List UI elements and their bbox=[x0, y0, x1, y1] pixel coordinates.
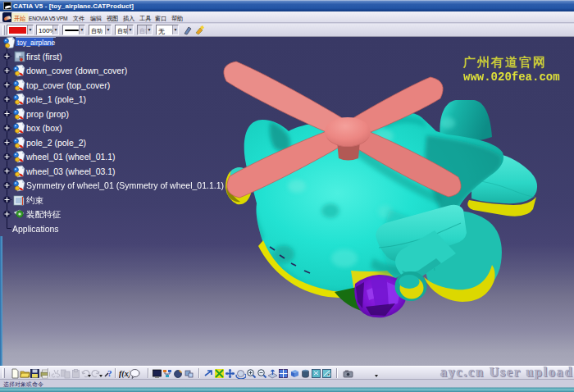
svg-text:?: ? bbox=[107, 368, 112, 378]
svg-text:f(x): f(x) bbox=[119, 369, 130, 379]
